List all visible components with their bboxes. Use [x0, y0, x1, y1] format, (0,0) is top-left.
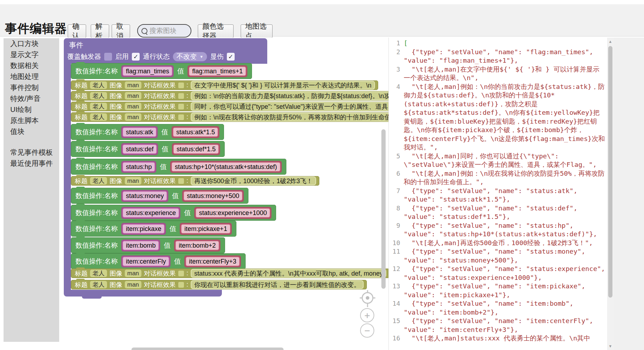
- value-socket[interactable]: flag:man_times+1: [187, 65, 247, 77]
- value-field[interactable]: item:centerFly+3: [185, 256, 240, 266]
- name-field[interactable]: status:money: [122, 191, 167, 201]
- value-field[interactable]: item:pickaxe+1: [181, 224, 231, 234]
- name-field[interactable]: status:experience: [122, 208, 179, 218]
- sidebar-item-3[interactable]: 地图处理: [4, 71, 59, 82]
- line-text[interactable]: {"type": "setValue", "name": "status:exp…: [404, 265, 607, 282]
- value-field[interactable]: status:def*1.5: [173, 144, 219, 154]
- line-text[interactable]: "\t[老人,man]在文字中使用${' ${ '}和 } 可以计算并显示一个表…: [404, 65, 607, 83]
- event-block-container[interactable]: 事件 覆盖触发器启用✓通行状态不改变▼显伤✓: [64, 38, 267, 64]
- value-socket[interactable]: status:def*1.5: [172, 143, 220, 155]
- image-field[interactable]: man: [125, 270, 141, 277]
- value-socket[interactable]: item:centerFly+3: [184, 255, 241, 267]
- event-field-dropdown-2[interactable]: 不改变▼: [173, 52, 207, 61]
- speaker-field[interactable]: 老人: [90, 92, 107, 100]
- setvalue-block[interactable]: 数值操作:名称item:centerFly值item:centerFly+3: [71, 253, 246, 269]
- speaker-field[interactable]: 老人: [90, 177, 107, 185]
- text-block[interactable]: 标题老人图像man对话框效果:例如：\n你的当前攻击力是${status:atk…: [71, 91, 388, 101]
- dialog-text-field[interactable]: 例如：\n现在我将让你的攻防提升50%，再将攻防和的十倍加到生命值上。: [191, 113, 388, 122]
- value-field[interactable]: status:atk*1.5: [173, 127, 218, 137]
- effect-checkbox[interactable]: [178, 93, 184, 99]
- name-socket[interactable]: status:money: [121, 190, 168, 202]
- line-text[interactable]: "\t[老人,man]status:xxx 代表勇士的某个属性。\n其中: [404, 334, 607, 343]
- sidebar-item-10[interactable]: 最近使用事件: [4, 158, 59, 169]
- value-socket[interactable]: status:money+500: [182, 190, 244, 202]
- value-field[interactable]: status:money+500: [183, 191, 243, 201]
- line-text[interactable]: "\t[老人,man]再送你500金币，1000经验，1破2炸3飞！",: [404, 239, 607, 248]
- setvalue-block[interactable]: 数值操作:名称status:experience值status:experien…: [71, 205, 276, 221]
- line-text[interactable]: {"type": "setValue", "name": "status:mon…: [404, 247, 607, 265]
- line-text[interactable]: {"type": "setValue", "name": "flag:man_t…: [404, 48, 607, 65]
- zoom-out-button[interactable]: −: [360, 323, 374, 338]
- value-field[interactable]: status:experience+1000: [195, 208, 270, 218]
- parse-button[interactable]: 解析: [91, 24, 109, 38]
- line-text[interactable]: {"type": "setValue", "name": "status:atk…: [404, 187, 607, 204]
- name-field[interactable]: status:hp: [122, 162, 155, 172]
- dialog-text-field[interactable]: 你现在可以重新和我进行对话，进一步看到属性值的改变。: [191, 280, 364, 289]
- setvalue-block[interactable]: 数值操作:名称flag:man_times值flag:man_times+1: [71, 63, 252, 79]
- name-socket[interactable]: status:hp: [121, 161, 156, 173]
- line-text[interactable]: {"type": "setValue", "name": "item:cente…: [404, 317, 607, 334]
- blockly-workspace[interactable]: 事件 覆盖触发器启用✓通行状态不改变▼显伤✓ 数值操作:名称flag:man_t…: [59, 38, 388, 350]
- text-block[interactable]: 标题老人图像man对话框效果:例如：\n现在我将让你的攻防提升50%，再将攻防和…: [71, 112, 388, 122]
- value-socket[interactable]: status:hp+10*(status:atk+status:def): [170, 161, 281, 173]
- text-block[interactable]: 标题老人图像man对话框效果:在文字中使用${' ${ '}和 } 可以计算并显…: [71, 80, 378, 90]
- image-field[interactable]: man: [125, 281, 141, 288]
- value-field[interactable]: flag:man_times+1: [189, 66, 246, 76]
- image-field[interactable]: man: [125, 177, 141, 185]
- text-block[interactable]: 标题老人图像man对话框效果:status:xxx 代表勇士的某个属性。\n其中…: [71, 269, 388, 278]
- line-text[interactable]: "\t[老人,man]例如：\n现在我将让你的攻防提升50%，再将攻防和的十倍加…: [404, 169, 607, 187]
- sidebar-item-0[interactable]: 入口方块: [4, 38, 59, 49]
- code-scrollbar[interactable]: ▲ ▼: [607, 38, 614, 350]
- sidebar-item-4[interactable]: 事件控制: [4, 82, 59, 93]
- event-field-checkbox-1[interactable]: ✓: [132, 53, 140, 61]
- line-text[interactable]: [: [404, 39, 607, 48]
- sidebar-item-9[interactable]: 常见事件模板: [4, 147, 59, 158]
- name-field[interactable]: item:bomb: [122, 241, 159, 250]
- name-socket[interactable]: status:experience: [121, 207, 180, 219]
- speaker-field[interactable]: 老人: [90, 270, 107, 277]
- sidebar-item-8[interactable]: 值块: [4, 126, 59, 137]
- dialog-text-field[interactable]: 在文字中使用${' ${ '}和 } 可以计算并显示一个表达式的结果。\n: [191, 81, 375, 90]
- scroll-down-icon[interactable]: ▼: [607, 344, 614, 348]
- value-field[interactable]: status:hp+10*(status:atk+status:def): [171, 162, 280, 172]
- line-text[interactable]: "\t[老人,man]同时，你也可以通过{\"type\": \"setValu…: [404, 152, 607, 169]
- cancel-button[interactable]: 取消: [112, 24, 130, 38]
- setvalue-block[interactable]: 数值操作:名称status:hp值status:hp+10*(status:at…: [71, 159, 286, 175]
- line-text[interactable]: "\t[老人,man]例如：\n你的当前攻击力是${status:atk}，防御…: [404, 83, 607, 152]
- text-block[interactable]: 标题老人图像man对话框效果:你现在可以重新和我进行对话，进一步看到属性值的改变…: [71, 280, 367, 289]
- color-picker-button[interactable]: 颜色选择器: [198, 24, 234, 38]
- sidebar-item-2[interactable]: 数据相关: [4, 60, 59, 71]
- sidebar-item-1[interactable]: 显示文字: [4, 49, 59, 60]
- line-text[interactable]: {"type": "setValue", "name": "item:bomb"…: [404, 299, 607, 317]
- event-field-checkbox-0[interactable]: [104, 53, 112, 61]
- dialog-text-field[interactable]: 例如：\n你的当前攻击力是${status:atk}，防御力是${status:…: [191, 91, 388, 100]
- effect-checkbox[interactable]: [178, 104, 184, 109]
- setvalue-block[interactable]: 数值操作:名称status:def值status:def*1.5: [71, 141, 225, 157]
- effect-checkbox[interactable]: [178, 114, 184, 120]
- zoom-in-button[interactable]: +: [360, 308, 374, 322]
- value-field[interactable]: item:bomb+2: [175, 241, 219, 250]
- setvalue-block[interactable]: 数值操作:名称status:atk值status:atk*1.5: [71, 124, 224, 140]
- map-pick-button[interactable]: 地图选点: [241, 24, 273, 38]
- text-block[interactable]: 标题老人图像man对话框效果:同时，你也可以通过{"type": "setVal…: [71, 102, 388, 111]
- name-socket[interactable]: status:def: [121, 143, 158, 155]
- name-socket[interactable]: item:pickaxe: [121, 223, 166, 235]
- value-socket[interactable]: status:experience+1000: [194, 207, 271, 219]
- sidebar-item-6[interactable]: UI绘制: [4, 104, 59, 115]
- event-field-checkbox-3[interactable]: ✓: [227, 53, 235, 61]
- name-socket[interactable]: item:bomb: [121, 239, 160, 252]
- setvalue-block[interactable]: 数值操作:名称status:money值status:money+500: [71, 188, 248, 204]
- value-socket[interactable]: status:atk*1.5: [172, 126, 219, 138]
- name-field[interactable]: item:pickaxe: [122, 224, 165, 234]
- scroll-up-icon[interactable]: ▲: [607, 39, 614, 44]
- effect-checkbox[interactable]: [178, 282, 184, 288]
- name-socket[interactable]: status:atk: [121, 126, 158, 138]
- effect-checkbox[interactable]: [178, 271, 184, 276]
- name-field[interactable]: status:def: [122, 144, 157, 154]
- name-socket[interactable]: flag:man_times: [121, 65, 174, 77]
- search-input[interactable]: 搜索图块: [137, 24, 191, 38]
- speaker-field[interactable]: 老人: [90, 281, 107, 288]
- sidebar-item-7[interactable]: 原生脚本: [4, 115, 59, 126]
- name-field[interactable]: status:atk: [122, 127, 157, 137]
- image-field[interactable]: man: [125, 92, 141, 100]
